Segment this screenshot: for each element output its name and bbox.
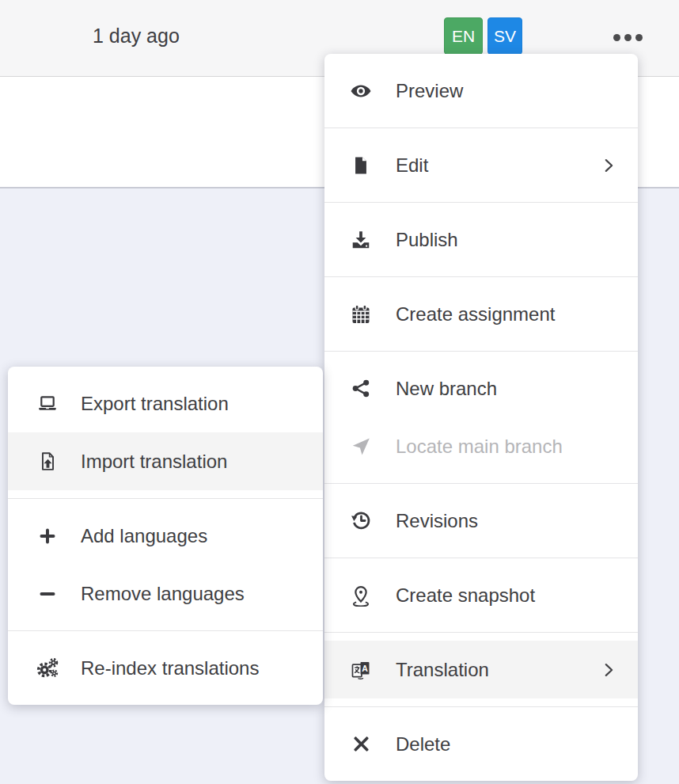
menu-item-revisions[interactable]: Revisions [324, 492, 638, 550]
chevron-right-icon [600, 661, 617, 679]
menu-item-label: Locate main branch [396, 436, 563, 458]
download-icon [348, 229, 374, 251]
menu-item-label: Create assignment [396, 303, 555, 325]
gears-icon [35, 657, 60, 680]
menu-item-label: Revisions [396, 510, 478, 532]
menu-item-label: Export translation [81, 393, 229, 415]
menu-group: Edit [324, 128, 638, 202]
menu-item-delete[interactable]: Delete [324, 715, 638, 773]
menu-item-publish[interactable]: Publish [324, 211, 638, 268]
menu-group: Create assignment [324, 277, 638, 351]
menu-group: Revisions [324, 484, 638, 558]
menu-item-label: New branch [396, 378, 497, 400]
more-options-button[interactable] [609, 24, 646, 51]
menu-group: Create snapshot [324, 558, 638, 632]
minus-icon [35, 584, 60, 604]
menu-item-preview[interactable]: Preview [324, 62, 638, 120]
delete-icon [348, 734, 374, 754]
share-icon [348, 378, 374, 399]
language-badge-label: EN [452, 27, 475, 46]
menu-item-create-assignment[interactable]: Create assignment [324, 285, 638, 343]
file-upload-icon [35, 450, 60, 473]
menu-item-translation[interactable]: A Translation [324, 641, 638, 698]
menu-item-import-translation[interactable]: Import translation [8, 432, 323, 490]
translation-submenu: Export translation Import translation Ad… [8, 367, 323, 705]
ellipsis-icon [613, 34, 643, 41]
menu-group: Preview [324, 54, 638, 127]
menu-item-label: Translation [396, 659, 489, 681]
menu-item-label: Create snapshot [396, 584, 535, 607]
menu-item-label: Preview [396, 80, 463, 102]
menu-item-label: Delete [396, 733, 450, 755]
map-marker-icon [348, 584, 374, 607]
menu-item-label: Edit [396, 154, 428, 177]
laptop-icon [35, 393, 60, 415]
menu-item-locate-main-branch: Locate main branch [324, 417, 638, 475]
menu-group: A Translation [324, 633, 638, 706]
menu-item-label: Add languages [81, 525, 207, 547]
svg-text:A: A [362, 663, 368, 672]
menu-item-new-branch[interactable]: New branch [324, 360, 638, 417]
menu-group: New branch Locate main branch [324, 352, 638, 483]
menu-group: Re-index translations [8, 631, 323, 705]
menu-item-reindex-translations[interactable]: Re-index translations [8, 639, 323, 697]
menu-item-create-snapshot[interactable]: Create snapshot [324, 566, 638, 624]
file-icon [348, 154, 374, 177]
menu-item-label: Re-index translations [81, 657, 259, 679]
timestamp: 1 day ago [93, 25, 180, 48]
eye-icon [348, 80, 374, 102]
language-badge-en[interactable]: EN [444, 17, 483, 55]
menu-group: Publish [324, 203, 638, 276]
context-menu: Preview Edit Publish Create as [324, 54, 638, 781]
menu-item-label: Publish [396, 229, 458, 251]
menu-item-remove-languages[interactable]: Remove languages [8, 565, 323, 622]
language-badge-sv[interactable]: SV [487, 17, 522, 55]
chevron-right-icon [600, 157, 617, 174]
menu-group: Add languages Remove languages [8, 499, 323, 630]
language-icon: A [348, 659, 374, 681]
menu-item-label: Import translation [81, 451, 227, 473]
menu-group: Export translation Import translation [8, 367, 323, 498]
menu-item-export-translation[interactable]: Export translation [8, 375, 323, 432]
history-icon [348, 509, 374, 532]
menu-group: Delete [324, 707, 638, 781]
menu-item-add-languages[interactable]: Add languages [8, 507, 323, 565]
language-badge-label: SV [494, 27, 516, 46]
menu-item-edit[interactable]: Edit [324, 136, 638, 194]
menu-item-label: Remove languages [81, 583, 245, 605]
calendar-icon [348, 303, 374, 325]
location-arrow-icon [348, 436, 374, 457]
plus-icon [35, 526, 60, 546]
